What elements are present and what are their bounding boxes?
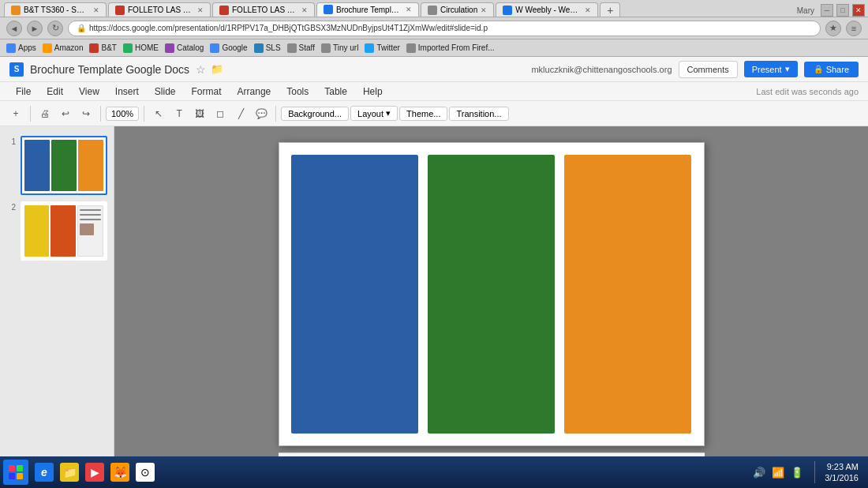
- toolbar-shape-btn[interactable]: ◻: [211, 104, 230, 123]
- transition-btn[interactable]: Transition...: [449, 107, 508, 121]
- network-icon[interactable]: 📶: [770, 467, 786, 479]
- tab-brochure[interactable]: Brochure Template Goog... ✕: [316, 2, 419, 17]
- toolbar-line-btn[interactable]: ╱: [231, 104, 250, 123]
- start-button[interactable]: [3, 460, 28, 485]
- tab-close-btn[interactable]: ✕: [481, 6, 487, 14]
- present-button[interactable]: Present ▾: [744, 61, 798, 77]
- menu-arrange[interactable]: Arrange: [231, 84, 278, 99]
- refresh-btn[interactable]: ↻: [47, 21, 63, 36]
- slide-thumb-1-container[interactable]: 1: [0, 133, 114, 198]
- taskbar-media[interactable]: ▶: [82, 460, 107, 485]
- address-bar[interactable]: 🔒 https://docs.google.com/presentation/d…: [68, 21, 821, 36]
- new-tab-icon: +: [607, 4, 613, 17]
- toolbar-comment-btn[interactable]: 💬: [252, 104, 271, 123]
- taskbar-ie[interactable]: e: [32, 460, 57, 485]
- present-chevron: ▾: [785, 64, 790, 74]
- bookmark-sls[interactable]: SLS: [254, 43, 281, 53]
- minimize-btn[interactable]: ─: [821, 4, 833, 17]
- slide-thumb-2[interactable]: [21, 201, 107, 261]
- taskbar-explorer[interactable]: 📁: [57, 460, 82, 485]
- toolbar-divider-3: [144, 106, 144, 122]
- tab-circulation[interactable]: Circulation ✕: [421, 2, 494, 17]
- tab-close-btn[interactable]: ✕: [406, 6, 412, 13]
- brochure-panel-blue[interactable]: [291, 155, 418, 434]
- bookmark-twitter[interactable]: Twitter: [365, 43, 399, 53]
- bookmark-apps[interactable]: Apps: [6, 43, 36, 53]
- menu-btn[interactable]: ≡: [846, 21, 862, 36]
- menu-edit[interactable]: Edit: [40, 84, 69, 99]
- user-email: mkluczknik@chittenangoschools.org: [531, 65, 672, 74]
- bookmark-google[interactable]: Google: [210, 43, 247, 53]
- bookmark-home[interactable]: HOME: [123, 43, 159, 53]
- menu-tools[interactable]: Tools: [280, 84, 315, 99]
- bookmark-bt[interactable]: B&T: [89, 43, 116, 53]
- bookmark-staff[interactable]: Staff: [287, 43, 315, 53]
- folder-icon[interactable]: 📁: [211, 63, 223, 75]
- taskbar-chrome[interactable]: ⊙: [133, 460, 158, 485]
- slide-2-panel-red: [51, 205, 75, 257]
- menu-slide[interactable]: Slide: [148, 84, 182, 99]
- bookmarks-bar: Apps Amazon B&T HOME Catalog Google SLS …: [0, 39, 868, 57]
- theme-btn[interactable]: Theme...: [399, 107, 447, 121]
- brochure-panel-green[interactable]: [428, 155, 555, 434]
- tab-bt[interactable]: B&T TS360 - SCCD Wint... ✕: [4, 2, 107, 17]
- bookmark-google-label: Google: [222, 43, 247, 52]
- brochure-panel-orange[interactable]: [564, 155, 691, 434]
- toolbar-print-btn[interactable]: 🖨: [36, 104, 54, 123]
- title-right: mkluczknik@chittenangoschools.org Commen…: [531, 61, 859, 78]
- slide-thumb-1[interactable]: [21, 136, 107, 195]
- tab-favicon: [115, 6, 125, 15]
- tab-folleto1[interactable]: FOLLETO LAS DIVERSION... ✕: [108, 2, 211, 17]
- toolbar-cursor-btn[interactable]: ↖: [149, 104, 168, 123]
- menu-insert[interactable]: Insert: [109, 84, 145, 99]
- back-btn[interactable]: ◄: [6, 21, 22, 36]
- chrome-icon: ⊙: [136, 463, 155, 482]
- share-button[interactable]: 🔒 Share: [804, 62, 859, 77]
- background-btn[interactable]: Background...: [281, 107, 349, 121]
- tab-folleto2[interactable]: FOLLETO LAS DIVERSION... ✕: [212, 2, 315, 17]
- menu-view[interactable]: View: [73, 84, 106, 99]
- slide-thumb-2-container[interactable]: 2: [0, 198, 114, 264]
- taskbar-firefox[interactable]: 🦊: [107, 460, 133, 485]
- bookmark-amazon[interactable]: Amazon: [43, 43, 84, 53]
- bookmark-tinyurl[interactable]: Tiny url: [321, 43, 358, 53]
- toolbar-image-btn[interactable]: 🖼: [190, 104, 209, 123]
- toolbar-select-btn[interactable]: +: [6, 104, 25, 123]
- slide-2-inner: [22, 203, 106, 259]
- forward-btn[interactable]: ►: [27, 21, 43, 36]
- tab-favicon: [503, 6, 512, 15]
- tab-close-btn[interactable]: ✕: [585, 6, 591, 14]
- layout-arrow: ▾: [386, 108, 391, 118]
- tab-close-btn[interactable]: ✕: [197, 6, 204, 14]
- comments-button[interactable]: Comments: [679, 61, 738, 78]
- volume-icon[interactable]: 🔊: [751, 467, 767, 479]
- bookmark-imported[interactable]: Imported From Firef...: [406, 43, 495, 53]
- battery-icon[interactable]: 🔋: [789, 467, 805, 479]
- tab-new[interactable]: +: [600, 2, 620, 17]
- tinyurl-icon: [321, 43, 331, 53]
- windows-logo: [9, 465, 23, 479]
- menu-table[interactable]: Table: [318, 84, 354, 99]
- star-icon[interactable]: ☆: [196, 63, 206, 76]
- slide-canvas[interactable]: [279, 142, 705, 446]
- canvas-area[interactable]: Click to add notes: [114, 126, 868, 488]
- bookmark-catalog[interactable]: Catalog: [165, 43, 204, 53]
- star-btn[interactable]: ★: [825, 21, 841, 36]
- tab-weebly[interactable]: W Weebly - Website Creati... ✕: [496, 2, 598, 17]
- tab-close-btn[interactable]: ✕: [301, 6, 308, 14]
- layout-btn[interactable]: Layout ▾: [350, 106, 398, 121]
- menu-format[interactable]: Format: [185, 84, 228, 99]
- maximize-btn[interactable]: □: [836, 4, 849, 17]
- menu-help[interactable]: Help: [357, 84, 389, 99]
- bt-icon: [89, 43, 99, 53]
- background-label: Background...: [288, 109, 342, 118]
- slide-2-num: 2: [6, 203, 16, 212]
- toolbar-textbox-btn[interactable]: T: [170, 104, 189, 123]
- toolbar-redo-btn[interactable]: ↪: [77, 104, 95, 123]
- menu-file[interactable]: File: [9, 84, 37, 99]
- toolbar-undo-btn[interactable]: ↩: [56, 104, 75, 123]
- close-btn[interactable]: ✕: [852, 4, 865, 17]
- tab-close-btn[interactable]: ✕: [93, 6, 99, 14]
- zoom-control[interactable]: 100%: [106, 107, 139, 121]
- taskbar-colorful[interactable]: [158, 460, 183, 485]
